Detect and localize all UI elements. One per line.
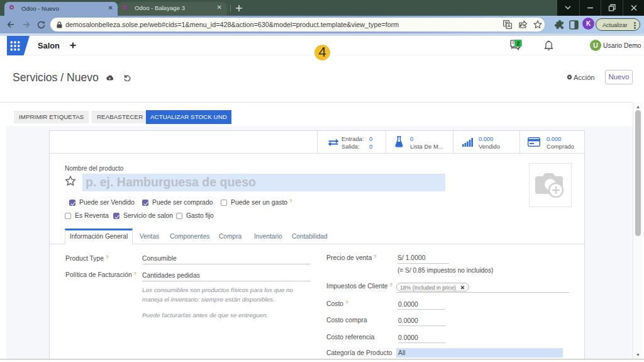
svg-text:2: 2 (516, 40, 519, 47)
